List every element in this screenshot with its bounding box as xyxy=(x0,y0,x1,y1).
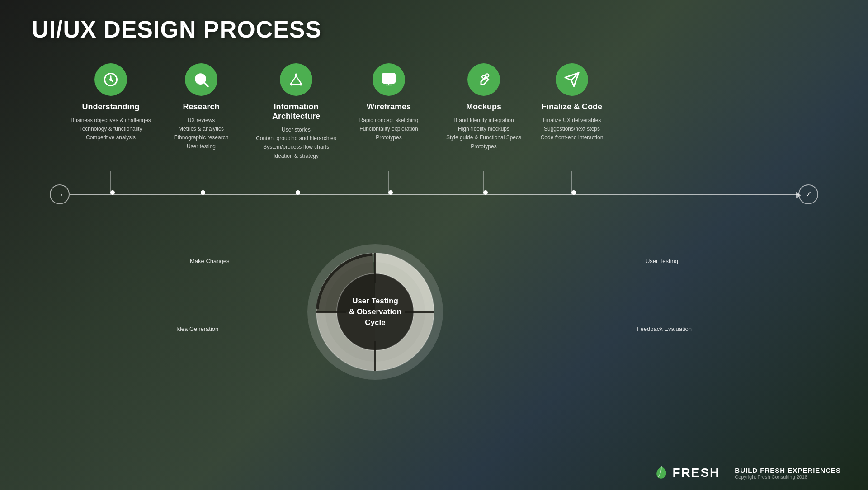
svg-line-8 xyxy=(296,76,301,83)
step-icon-ia xyxy=(280,63,312,96)
svg-point-4 xyxy=(295,74,297,76)
step-title-finalize: Finalize & Code xyxy=(531,102,613,112)
footer-tagline: BUILD FRESH EXPERIENCES xyxy=(735,466,841,474)
lower-timeline xyxy=(296,231,562,231)
step-items-ia: User stories Content grouping and hierar… xyxy=(251,126,341,160)
step-title-research: Research xyxy=(160,102,242,112)
footer: FRESH BUILD FRESH EXPERIENCES Copyright … xyxy=(654,464,841,482)
fresh-logo: FRESH xyxy=(654,466,720,480)
step-ia: Information Architecture User stories Co… xyxy=(251,63,341,160)
step-title-ia: Information Architecture xyxy=(251,102,341,121)
dot-6 xyxy=(571,190,576,195)
cycle-label-make-changes: Make Changes xyxy=(190,258,255,264)
dot-3 xyxy=(296,190,300,195)
step-items-understanding: Business objectives & challenges Technol… xyxy=(70,116,151,142)
timeline-start: → xyxy=(50,184,70,204)
step-wireframes: Wireframes Rapid concept sketching Funci… xyxy=(348,63,429,142)
svg-point-16 xyxy=(486,74,489,77)
main-timeline xyxy=(70,194,798,195)
cycle-diagram: User Testing & Observation Cycle xyxy=(307,244,443,380)
main-layout: UI/UX DESIGN PROCESS Understanding Busin… xyxy=(0,0,868,490)
step-title-wireframes: Wireframes xyxy=(348,102,429,112)
step-icon-mockups xyxy=(467,63,500,96)
step-title-understanding: Understanding xyxy=(70,102,151,112)
footer-tagline-block: BUILD FRESH EXPERIENCES Copyright Fresh … xyxy=(735,466,841,480)
cycle-label-feedback: Feedback Evaluation xyxy=(611,325,692,332)
cycle-label-idea-generation: Idea Generation xyxy=(176,325,245,332)
timeline-end: ✓ xyxy=(798,184,818,204)
step-items-mockups: Brand Identity integration High-fidelity… xyxy=(439,116,529,151)
lower-connector-ia xyxy=(296,194,296,231)
step-items-research: UX reviews Metrics & analytics Ethnograp… xyxy=(160,116,242,151)
step-items-wireframes: Rapid concept sketching Funciontality ex… xyxy=(348,116,429,142)
lower-connector-mockups-lower xyxy=(502,194,502,231)
step-icon-understanding xyxy=(94,63,127,96)
dot-4 xyxy=(388,190,393,195)
step-icon-research xyxy=(185,63,217,96)
svg-line-7 xyxy=(292,76,297,83)
svg-point-1 xyxy=(109,78,112,81)
dot-5 xyxy=(483,190,488,195)
step-items-finalize: Finalize UX deliverables Suggestions/nex… xyxy=(531,116,613,142)
page-title: UI/UX DESIGN PROCESS xyxy=(32,16,321,57)
step-title-mockups: Mockups xyxy=(439,102,529,112)
cycle-label-user-testing: User Testing xyxy=(619,258,678,264)
lower-connector-wf xyxy=(416,194,416,231)
svg-rect-11 xyxy=(385,76,390,80)
cycle-center-label: User Testing & Observation Cycle xyxy=(346,296,405,328)
step-icon-wireframes xyxy=(373,63,405,96)
footer-divider xyxy=(727,464,727,482)
step-icon-finalize xyxy=(556,63,588,96)
step-finalize: Finalize & Code Finalize UX deliverables… xyxy=(531,63,613,142)
lower-connector-finalize-lower xyxy=(561,194,561,231)
step-understanding: Understanding Business objectives & chal… xyxy=(70,63,151,142)
fresh-brand-text: FRESH xyxy=(672,466,720,480)
dot-2 xyxy=(201,190,205,195)
step-mockups: Mockups Brand Identity integration High-… xyxy=(439,63,529,151)
dot-1 xyxy=(110,190,115,195)
step-research: Research UX reviews Metrics & analytics … xyxy=(160,63,242,151)
fresh-leaf-icon xyxy=(654,466,669,480)
footer-copyright: Copyright Fresh Consulting 2018 xyxy=(735,474,841,480)
svg-line-3 xyxy=(204,83,208,86)
